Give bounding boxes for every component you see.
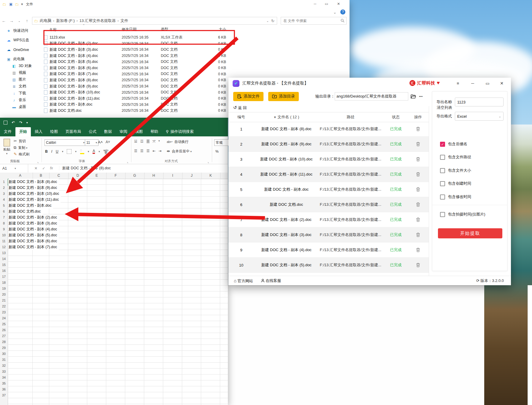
row-header-4[interactable]: 4 bbox=[0, 197, 8, 203]
checkbox-icon[interactable] bbox=[440, 168, 445, 173]
close-button[interactable]: ✕ bbox=[498, 80, 505, 87]
header-status[interactable]: 状态 bbox=[382, 114, 409, 120]
up-icon[interactable]: ↑ bbox=[23, 18, 31, 23]
file-row[interactable]: 8新建 DOC 文档 - 副本 (3).docF:/13.汇帮文件名提取器/文件… bbox=[228, 227, 429, 243]
row-header-22[interactable]: 22 bbox=[0, 303, 8, 309]
file-row[interactable]: 新建 DOC 文档 - 副本 (6).doc2025/7/25 16:34DOC… bbox=[44, 65, 348, 71]
column-header-type[interactable]: 类型 bbox=[161, 25, 208, 33]
excel-tab-审阅[interactable]: 审阅 bbox=[116, 127, 131, 136]
sidebar-item-desk[interactable]: ▬桌面 bbox=[0, 103, 43, 110]
row-header-36[interactable]: 36 bbox=[0, 386, 8, 392]
breadcrumb-item[interactable]: 13.汇帮文件名提取器 bbox=[80, 18, 116, 23]
row-header-5[interactable]: 5 bbox=[0, 203, 8, 208]
delete-row-button[interactable] bbox=[409, 172, 427, 177]
close-button[interactable]: ✕ bbox=[337, 2, 340, 6]
row-header-21[interactable]: 21 bbox=[0, 297, 8, 303]
help-icon[interactable]: ? bbox=[340, 9, 345, 15]
row-header-15[interactable]: 15 bbox=[0, 262, 8, 268]
delete-row-button[interactable] bbox=[409, 248, 427, 253]
row-header-31[interactable]: 31 bbox=[0, 357, 8, 363]
format-painter-button[interactable]: ✎格式刷 bbox=[14, 152, 29, 157]
sidebar-item-cube[interactable]: ◧3D 对象 bbox=[0, 63, 43, 69]
file-row[interactable]: 新建 DOC 文档 - 副本 (2).doc2025/7/25 16:34DOC… bbox=[44, 41, 348, 47]
file-row[interactable]: 3新建 DOC 文档 - 副本 (10).docF:/13.汇帮文件名提取器/文… bbox=[228, 152, 429, 167]
delete-row-button[interactable] bbox=[409, 202, 427, 207]
row-header-24[interactable]: 24 bbox=[0, 315, 8, 321]
forward-icon[interactable]: → bbox=[8, 18, 15, 23]
cell-value[interactable]: 新建 DOC 文档 - 副本 (4).doc bbox=[9, 226, 59, 232]
delete-row-button[interactable] bbox=[409, 232, 427, 237]
online-support-link[interactable]: 在线客服 bbox=[261, 278, 281, 283]
export-option[interactable]: 包含修改时间 bbox=[440, 194, 471, 200]
menu-icon[interactable]: ≡ bbox=[455, 80, 461, 87]
name-box[interactable]: A1▾ bbox=[0, 164, 28, 173]
header-operation[interactable]: 操作 bbox=[409, 114, 427, 120]
file-row[interactable]: 新建 DOC 文档 - 副本 (3).doc2025/7/25 16:34DOC… bbox=[44, 47, 348, 53]
add-directory-button[interactable]: 添加目录 bbox=[268, 92, 299, 101]
underline-button[interactable]: U bbox=[56, 149, 58, 154]
row-header-27[interactable]: 27 bbox=[0, 333, 8, 339]
cell-value[interactable]: 新建 DOC 文档 - 副本 (11).doc bbox=[9, 197, 61, 203]
insert-function-icon[interactable]: fx bbox=[50, 166, 53, 170]
file-row[interactable]: 9新建 DOC 文档 - 副本 (4).docF:/13.汇帮文件名提取器/文件… bbox=[228, 243, 429, 258]
align-right-icon[interactable]: ☰ bbox=[147, 149, 150, 153]
checkbox-checked-icon[interactable]: ✓ bbox=[440, 142, 445, 147]
checkbox-icon[interactable] bbox=[440, 155, 445, 160]
file-row[interactable]: 7新建 DOC 文档 - 副本 (2).docF:/13.汇帮文件名提取器/文件… bbox=[228, 212, 429, 227]
column-header-G[interactable]: G bbox=[125, 173, 144, 179]
row-header-16[interactable]: 16 bbox=[0, 268, 8, 274]
excel-tab-文件[interactable]: 文件 bbox=[0, 127, 15, 136]
start-extract-button[interactable]: 开始提取 bbox=[438, 228, 502, 238]
file-row[interactable]: 6新建 DOC 文档.docF:/13.汇帮文件名提取器/文件/新建...已完成 bbox=[228, 197, 429, 212]
official-site-link[interactable]: ⌂ 官方网站 bbox=[234, 278, 253, 284]
cell-value[interactable]: 新建 DOC 文档 - 副本 (2).doc bbox=[9, 214, 59, 220]
font-size-combo[interactable]: 11▾ bbox=[85, 139, 99, 146]
file-row[interactable]: 新建 DOC 文档 - 副本 (4).doc2025/7/25 16:34DOC… bbox=[44, 53, 348, 59]
excel-tab-帮助[interactable]: 帮助 bbox=[147, 127, 162, 136]
cell-value[interactable]: 新建 DOC 文档 - 副本 (5).doc bbox=[9, 232, 59, 238]
excel-tab-插入[interactable]: 插入 bbox=[31, 127, 46, 136]
row-header-8[interactable]: 8 bbox=[0, 220, 8, 226]
file-row[interactable]: 1123.xlsx2025/7/25 16:35XLSX 工作表6 KB bbox=[44, 34, 348, 41]
output-dir-input[interactable]: ang168/Desktop/汇帮文件名提取器 bbox=[335, 92, 408, 101]
delete-row-button[interactable] bbox=[409, 142, 427, 147]
search-input[interactable]: 在 文件 中搜索 bbox=[281, 17, 347, 25]
checkbox-icon[interactable] bbox=[440, 194, 445, 200]
alignment-dialog-launcher-icon[interactable]: ⌞ bbox=[208, 160, 209, 163]
row-header-1[interactable]: 1 bbox=[0, 179, 8, 185]
header-filename[interactable]: ▼ 文件名 ( 12 ) bbox=[254, 114, 319, 120]
bold-button[interactable]: B bbox=[45, 149, 48, 154]
save-icon[interactable] bbox=[4, 121, 7, 125]
cell-value[interactable]: 新建 DOC 文档.doc bbox=[9, 208, 42, 214]
column-header-D[interactable]: D bbox=[68, 173, 88, 179]
export-option[interactable]: ✓包含后缀名 bbox=[440, 141, 467, 147]
column-header-E[interactable]: E bbox=[87, 173, 107, 179]
bottom-align-icon[interactable]: ☴ bbox=[147, 139, 150, 143]
merge-center-button[interactable]: ⇹合并后居中 ▾ bbox=[167, 149, 192, 154]
breadcrumb-item[interactable]: 此电脑 bbox=[40, 18, 51, 23]
font-dialog-launcher-icon[interactable]: ⌞ bbox=[127, 160, 128, 163]
maximize-button[interactable]: ▭ bbox=[325, 2, 328, 6]
formula-bar-content[interactable]: 新建 DOC 文档 - 副本 (8).doc bbox=[59, 166, 111, 171]
row-header-3[interactable]: 3 bbox=[0, 191, 8, 197]
grow-font-button[interactable]: A˄ bbox=[98, 140, 103, 144]
sidebar-item-cloud[interactable]: ☁WPS云盘 bbox=[0, 37, 43, 44]
clipboard-dialog-launcher-icon[interactable]: ⌞ bbox=[37, 160, 39, 163]
row-header-33[interactable]: 33 bbox=[0, 369, 8, 374]
row-header-32[interactable]: 32 bbox=[0, 363, 8, 369]
top-align-icon[interactable]: ☱ bbox=[134, 139, 137, 143]
row-header-2[interactable]: 2 bbox=[0, 185, 8, 191]
export-option[interactable]: 包含文件路径 bbox=[440, 154, 471, 160]
excel-tab-页面布局[interactable]: 页面布局 bbox=[62, 127, 85, 136]
delete-row-button[interactable] bbox=[409, 187, 427, 192]
cell-value[interactable]: 新建 DOC 文档 - 副本 (6).doc bbox=[9, 238, 59, 244]
cell-value[interactable]: 新建 DOC 文档 - 副本 (8).doc bbox=[9, 179, 59, 185]
row-header-17[interactable]: 17 bbox=[0, 274, 8, 280]
column-header-I[interactable]: I bbox=[163, 173, 182, 179]
sidebar-item-monitor[interactable]: ▣此电脑 bbox=[0, 56, 43, 63]
quick-access-caret-icon[interactable]: ▾ bbox=[26, 121, 28, 124]
more-options-icon[interactable]: ⋯ bbox=[419, 94, 423, 99]
redo-icon[interactable]: ↷ bbox=[19, 120, 22, 125]
row-header-9[interactable]: 9 bbox=[0, 226, 8, 232]
row-header-35[interactable]: 35 bbox=[0, 380, 8, 386]
